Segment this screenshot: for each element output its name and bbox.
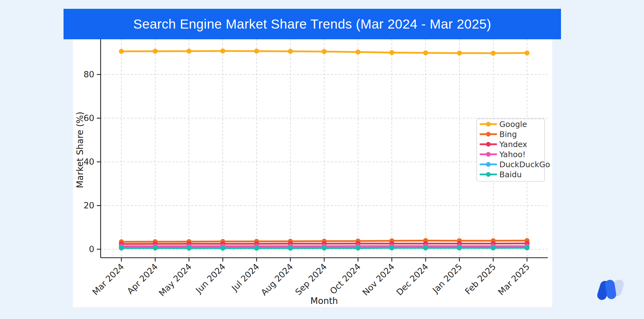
legend-label: Bing: [499, 130, 517, 139]
x-tick-label: Mar 2024: [91, 261, 126, 297]
x-axis-label: Month: [310, 296, 338, 306]
legend-marker: [486, 132, 491, 137]
app-canvas: Search Engine Market Share Trends (Mar 2…: [0, 0, 644, 319]
legend-label: Yandex: [499, 140, 527, 149]
data-point-baidu: [457, 245, 462, 250]
y-tick-label: 20: [84, 201, 94, 210]
data-point-baidu: [254, 246, 259, 251]
data-point-baidu: [288, 246, 293, 251]
brand-w-logo-icon: [598, 280, 625, 301]
data-point-google: [254, 49, 259, 54]
data-point-baidu: [220, 246, 225, 251]
data-point-baidu: [322, 245, 327, 250]
data-point-baidu: [153, 245, 158, 250]
x-tick-label: May 2024: [157, 261, 193, 298]
data-point-google: [525, 51, 530, 56]
legend-label: Google: [499, 120, 527, 129]
data-point-baidu: [356, 245, 361, 250]
legend-label: Yahoo!: [499, 150, 526, 159]
x-tick-label: Dec 2024: [394, 261, 430, 297]
data-point-google: [356, 49, 361, 54]
legend: GoogleBingYandexYahoo!DuckDuckGoBaidu: [477, 119, 550, 181]
data-point-google: [322, 49, 327, 54]
data-point-baidu: [491, 245, 496, 250]
legend-label: Baidu: [499, 170, 522, 179]
chart-header-banner: Search Engine Market Share Trends (Mar 2…: [64, 9, 561, 39]
data-point-google: [389, 50, 394, 55]
x-tick-label: Nov 2024: [360, 261, 396, 297]
data-point-google: [457, 51, 462, 56]
y-tick-label: 0: [89, 244, 94, 254]
chart-figure: 020406080Mar 2024Apr 2024May 2024Jun 202…: [73, 39, 552, 307]
x-tick-label: Jul 2024: [229, 261, 261, 293]
x-tick-label: Aug 2024: [259, 261, 295, 297]
legend-marker: [486, 152, 491, 157]
legend-label: DuckDuckGo: [499, 160, 550, 169]
x-tick-label: Sep 2024: [293, 261, 329, 297]
data-point-google: [220, 48, 225, 53]
data-point-google: [119, 49, 124, 54]
data-point-baidu: [186, 246, 192, 251]
data-point-baidu: [525, 245, 530, 250]
x-tick-label: Oct 2024: [328, 261, 363, 296]
legend-marker: [486, 142, 491, 147]
data-point-google: [423, 50, 428, 55]
data-point-google: [186, 49, 192, 54]
chart-title: Search Engine Market Share Trends (Mar 2…: [133, 17, 491, 32]
data-point-baidu: [389, 245, 394, 250]
x-tick-label: Feb 2025: [463, 261, 497, 296]
data-point-google: [153, 49, 158, 54]
y-tick-label: 80: [84, 69, 94, 79]
data-point-google: [491, 51, 496, 56]
x-tick-label: Jun 2024: [193, 261, 227, 295]
x-tick-label: Jan 2025: [430, 261, 464, 295]
line-chart: 020406080Mar 2024Apr 2024May 2024Jun 202…: [73, 39, 552, 307]
data-point-baidu: [119, 245, 124, 250]
legend-marker: [486, 122, 491, 127]
data-point-baidu: [423, 245, 428, 250]
x-tick-label: Mar 2025: [496, 261, 532, 297]
y-axis-label: Market Share (%): [75, 112, 85, 188]
legend-marker: [486, 172, 491, 177]
legend-marker: [486, 162, 491, 167]
x-tick-label: Apr 2024: [125, 261, 160, 296]
data-point-google: [288, 49, 293, 54]
